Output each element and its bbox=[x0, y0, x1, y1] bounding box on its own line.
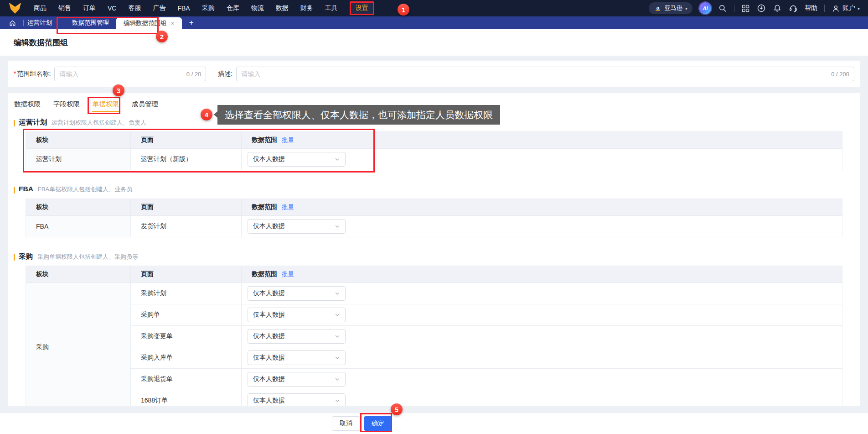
scope-header-label: 数据范围 bbox=[252, 270, 277, 278]
data-scope-select[interactable]: 仅本人数据 bbox=[248, 372, 346, 387]
name-field-wrap: 0 / 20 bbox=[54, 67, 206, 81]
amazon-icon: a bbox=[654, 4, 662, 12]
description-field-wrap: 0 / 200 bbox=[236, 67, 854, 81]
nav-item-purchase[interactable]: 采购 bbox=[202, 4, 215, 12]
breadcrumb[interactable]: 运营计划 bbox=[27, 19, 52, 27]
column-header-module: 板块 bbox=[26, 199, 131, 216]
cancel-button[interactable]: 取消 bbox=[332, 416, 360, 431]
description-char-counter: 0 / 200 bbox=[831, 71, 849, 78]
section-title: 采购 bbox=[19, 252, 33, 261]
nav-item-service[interactable]: 客服 bbox=[128, 4, 141, 12]
scope-cell: 仅本人数据 bbox=[242, 390, 842, 406]
chevron-down-icon bbox=[335, 312, 340, 318]
section-accent-bar bbox=[14, 254, 15, 261]
nav-item-vc[interactable]: VC bbox=[108, 5, 116, 12]
tab-document-permission[interactable]: 单据权限 bbox=[92, 100, 119, 112]
annotation-badge-3: 3 bbox=[113, 84, 124, 96]
apps-grid-icon[interactable] bbox=[741, 4, 750, 13]
ai-assistant-button[interactable]: AI bbox=[699, 2, 711, 14]
confirm-button[interactable]: 确定 bbox=[364, 416, 392, 431]
select-value: 仅本人数据 bbox=[253, 332, 285, 340]
column-header-page: 页面 bbox=[131, 132, 242, 149]
section-title: 运营计划 bbox=[19, 118, 47, 127]
batch-link[interactable]: 批量 bbox=[282, 203, 294, 211]
nav-item-logistics[interactable]: 物流 bbox=[251, 4, 264, 12]
data-scope-select[interactable]: 仅本人数据 bbox=[248, 219, 346, 234]
table-header-row: 板块 页面 数据范围 批量 bbox=[26, 266, 842, 283]
chevron-down-icon: ▾ bbox=[858, 6, 860, 11]
nav-item-data[interactable]: 数据 bbox=[276, 4, 289, 12]
tab-field-permission[interactable]: 字段权限 bbox=[53, 100, 80, 112]
data-scope-select[interactable]: 仅本人数据 bbox=[248, 152, 346, 167]
tab-edit-data-scope-group[interactable]: 编辑数据范围组 × bbox=[116, 17, 182, 29]
tab-member-management[interactable]: 成员管理 bbox=[131, 100, 159, 112]
download-icon[interactable] bbox=[757, 4, 766, 13]
chevron-down-icon: ▾ bbox=[685, 6, 687, 11]
nav-item-fba[interactable]: FBA bbox=[177, 5, 190, 12]
select-value: 仅本人数据 bbox=[253, 311, 285, 319]
data-scope-select[interactable]: 仅本人数据 bbox=[248, 329, 346, 344]
data-scope-select[interactable]: 仅本人数据 bbox=[248, 308, 346, 322]
close-tab-icon[interactable]: × bbox=[171, 20, 175, 26]
scope-cell: 仅本人数据 bbox=[242, 347, 842, 369]
page-cell: 采购计划 bbox=[131, 283, 242, 304]
scope-cell: 仅本人数据 bbox=[242, 304, 842, 326]
data-scope-select[interactable]: 仅本人数据 bbox=[248, 286, 346, 301]
nav-item-orders[interactable]: 订单 bbox=[83, 4, 96, 12]
data-scope-select[interactable]: 仅本人数据 bbox=[248, 350, 346, 365]
annotation-badge-2: 2 bbox=[156, 31, 168, 42]
section-title: FBA bbox=[19, 185, 33, 193]
table-header-row: 板块 页面 数据范围 批量 bbox=[26, 199, 842, 216]
workspace-tabbar: 运营计划 数据范围管理 编辑数据范围组 × + bbox=[0, 16, 868, 29]
new-tab-button[interactable]: + bbox=[189, 18, 194, 27]
scope-cell: 仅本人数据 bbox=[242, 283, 842, 304]
nav-item-ads[interactable]: 广告 bbox=[153, 4, 165, 12]
tab-data-scope-management[interactable]: 数据范围管理 bbox=[65, 19, 116, 27]
home-icon bbox=[9, 20, 16, 26]
account-menu[interactable]: 账户 ▾ bbox=[832, 4, 860, 13]
annotation-badge-4: 4 bbox=[201, 109, 212, 120]
nav-item-settings[interactable]: 设置 bbox=[350, 1, 374, 15]
nav-item-products[interactable]: 商品 bbox=[34, 4, 46, 12]
tab-data-permission[interactable]: 数据权限 bbox=[14, 100, 41, 112]
marketplace-selector[interactable]: a 亚马逊 ▾ bbox=[649, 2, 692, 14]
nav-right-tools: a 亚马逊 ▾ AI 帮助 bbox=[649, 2, 860, 14]
chevron-down-icon bbox=[335, 224, 340, 229]
data-scope-select[interactable]: 仅本人数据 bbox=[248, 393, 346, 406]
search-icon[interactable] bbox=[718, 4, 727, 13]
headset-support-icon[interactable] bbox=[789, 4, 798, 13]
column-header-scope: 数据范围 批量 bbox=[242, 266, 842, 283]
table-row: 1688订单 仅本人数据 bbox=[131, 390, 842, 406]
nav-item-tools[interactable]: 工具 bbox=[325, 4, 338, 12]
svg-text:a: a bbox=[656, 5, 660, 10]
required-asterisk: * bbox=[14, 70, 16, 77]
chevron-down-icon bbox=[335, 157, 340, 162]
section-purchase: 采购 采购单据权限人包括创建人、采购员等 bbox=[14, 252, 854, 263]
nav-item-finance[interactable]: 财务 bbox=[300, 4, 313, 12]
page-title: 编辑数据范围组 bbox=[14, 37, 68, 48]
description-input[interactable] bbox=[241, 70, 827, 78]
column-header-scope: 数据范围 批量 bbox=[242, 199, 842, 216]
home-button[interactable] bbox=[5, 20, 20, 26]
table-row: 采购计划 仅本人数据 bbox=[131, 283, 842, 304]
tab-label: 编辑数据范围组 bbox=[124, 19, 167, 27]
section-subtitle: FBA单据权限人包括创建人、业务员 bbox=[38, 185, 132, 193]
app-logo-icon[interactable] bbox=[8, 2, 22, 14]
help-link[interactable]: 帮助 bbox=[805, 4, 817, 12]
page-header: 编辑数据范围组 bbox=[0, 29, 868, 56]
batch-link[interactable]: 批量 bbox=[282, 136, 294, 144]
notification-bell-icon[interactable] bbox=[773, 4, 782, 13]
divider bbox=[0, 87, 868, 93]
nav-item-sales[interactable]: 销售 bbox=[58, 4, 71, 12]
nav-item-warehouse[interactable]: 仓库 bbox=[227, 4, 239, 12]
scope-group-form: *范围组名称: 0 / 20 描述: 0 / 200 bbox=[8, 61, 860, 87]
select-value: 仅本人数据 bbox=[253, 155, 285, 163]
divider bbox=[23, 20, 24, 26]
scope-cell: 仅本人数据 bbox=[242, 326, 842, 347]
module-cell: 运营计划 bbox=[26, 149, 131, 170]
chevron-down-icon bbox=[335, 398, 340, 403]
table-row: 采购单 仅本人数据 bbox=[131, 304, 842, 326]
scope-group-name-input[interactable] bbox=[59, 70, 182, 78]
batch-link[interactable]: 批量 bbox=[282, 270, 294, 278]
permissions-panel: 数据权限 字段权限 单据权限 成员管理 运营计划 运营计划权限人包括创建人、负责… bbox=[8, 93, 860, 406]
